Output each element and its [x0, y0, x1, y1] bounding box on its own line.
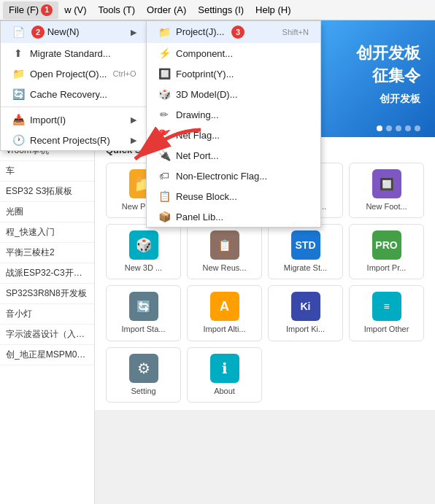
sidebar-item-14[interactable]: 音小灯: [0, 304, 94, 325]
menu-bar: File (F) 1 w (V) Tools (T) Order (A) Set…: [0, 0, 435, 20]
menu-item-cache[interactable]: 🔄 Cache Recovery...: [1, 84, 148, 104]
submenu-reuse[interactable]: 📋 Reuse Block...: [147, 186, 320, 206]
sidebar-item-10[interactable]: 程_快速入门: [0, 222, 94, 243]
submenu-panel[interactable]: 📦 Panel Lib...: [147, 206, 320, 227]
quick-new-3d[interactable]: 🎲 New 3D ...: [106, 224, 181, 279]
file-menu-dropdown: 📄 2 New(N) ▶ ⬆ Migrate Standard... 📁 Ope…: [0, 20, 149, 151]
menu-settings-label: Settings (I): [198, 4, 244, 15]
quick-import-alti[interactable]: A Import Alti...: [187, 285, 262, 341]
menu-tools[interactable]: Tools (T): [93, 1, 142, 18]
new-footprint-label: New Foot...: [366, 202, 407, 212]
import-other-icon: ≡: [372, 292, 401, 321]
recent-menu-icon: 🕐: [12, 134, 24, 146]
sidebar-item-9[interactable]: 光圈: [0, 202, 94, 222]
submenu-drawing[interactable]: ✏ Drawing...: [147, 104, 320, 125]
import-pro-icon: PRO: [372, 230, 401, 260]
sidebar-item-13[interactable]: SP32S3R8N8开发板: [0, 284, 94, 304]
sidebar-item-16[interactable]: 创_地正星MSPM0L130(: [0, 345, 94, 365]
import-menu-icon: 📥: [12, 114, 24, 125]
quick-import-ki[interactable]: Ki Import Ki...: [268, 285, 343, 341]
menu-settings[interactable]: Settings (I): [192, 1, 250, 18]
quick-import-sta[interactable]: 🔄 Import Sta...: [106, 285, 181, 341]
quick-import-other[interactable]: ≡ Import Other: [349, 285, 424, 341]
banner-text: 创开发板 征集令 创开发板: [356, 42, 420, 106]
menu-view-label: w (V): [64, 4, 86, 15]
setting-label: Setting: [131, 387, 155, 396]
submenu-nonflag[interactable]: 🏷 Non-Electronic Flag...: [147, 166, 320, 186]
quick-import-pro[interactable]: PRO Import Pr...: [349, 224, 424, 279]
submenu-footprint[interactable]: 🔲 Footprint(Y)...: [147, 63, 320, 84]
submenu-3dmodel[interactable]: 🎲 3D Model(D)...: [147, 84, 320, 104]
menu-item-recent[interactable]: 🕐 Recent Projects(R) ▶: [1, 130, 148, 150]
sidebar-item-11[interactable]: 平衡三棱柱2: [0, 243, 94, 263]
sidebar-item-7[interactable]: 车: [0, 161, 94, 182]
recent-arrow: ▶: [131, 136, 136, 145]
migrate-std-label: Migrate St...: [284, 263, 327, 273]
banner-dot-1[interactable]: [377, 125, 382, 131]
menu-tools-label: Tools (T): [99, 4, 136, 15]
new-badge: 2: [31, 26, 45, 39]
new-menu-label: 2 New(N): [30, 26, 80, 39]
menu-item-new[interactable]: 📄 2 New(N) ▶: [1, 21, 148, 43]
sidebar-item-15[interactable]: 字示波器设计（入门版): [0, 325, 94, 345]
menu-item-import[interactable]: 📥 Import(I) ▶: [1, 109, 148, 130]
netflag-icon: 🚩: [158, 129, 170, 141]
new-reuse-label: New Reus...: [203, 263, 247, 273]
menu-order[interactable]: Order (A): [141, 1, 192, 18]
about-icon: ℹ: [210, 354, 239, 383]
menu-badge-1: 1: [41, 4, 53, 16]
new-menu-icon: 📄: [12, 26, 24, 38]
netport-icon: 🔌: [158, 150, 170, 161]
banner-line1: 创开发板: [356, 42, 420, 65]
menu-item-migrate[interactable]: ⬆ Migrate Standard...: [1, 43, 148, 63]
about-label: About: [214, 387, 235, 396]
banner-dot-3[interactable]: [396, 125, 401, 131]
menu-order-label: Order (A): [147, 4, 186, 15]
component-icon: ⚡: [158, 47, 170, 59]
open-shortcut: Ctrl+O: [112, 69, 136, 78]
project-icon: 📁: [158, 26, 170, 38]
import-pro-label: Import Pr...: [367, 263, 407, 273]
banner-dot-2[interactable]: [386, 125, 392, 131]
drawing-icon: ✏: [158, 109, 170, 120]
banner-dot-4[interactable]: [405, 125, 411, 131]
sidebar-item-12[interactable]: 战派ESP32-C3开发板: [0, 263, 94, 284]
banner-sub: 创开发板: [356, 92, 420, 106]
submenu-netport[interactable]: 🔌 Net Port...: [147, 145, 320, 166]
reuse-icon: 📋: [158, 190, 170, 202]
submenu-project[interactable]: 📁 Project(J)... 3 Shift+N: [147, 21, 320, 43]
sidebar-item-8[interactable]: ESP32 S3拓展板: [0, 182, 94, 202]
quick-migrate-std[interactable]: STD Migrate St...: [268, 224, 343, 279]
menu-file-label: File (F): [9, 4, 39, 15]
quick-new-reuse[interactable]: 📋 New Reus...: [187, 224, 262, 279]
menu-item-open[interactable]: 📁 Open Project(O)... Ctrl+O: [1, 63, 148, 84]
banner-line2: 征集令: [356, 65, 420, 88]
3dmodel-icon: 🎲: [158, 88, 170, 100]
quick-new-footprint[interactable]: 🔲 New Foot...: [349, 163, 424, 218]
quick-about[interactable]: ℹ About: [187, 347, 262, 403]
setting-icon: ⚙: [129, 354, 158, 383]
menu-help[interactable]: Help (H): [250, 1, 296, 18]
submenu-component[interactable]: ⚡ Component...: [147, 43, 320, 63]
import-ki-label: Import Ki...: [286, 325, 325, 334]
import-sta-icon: 🔄: [129, 292, 158, 321]
project-badge: 3: [231, 26, 245, 39]
import-alti-icon: A: [210, 292, 239, 321]
menu-file[interactable]: File (F) 1: [3, 1, 58, 19]
project-shortcut: Shift+N: [282, 28, 309, 36]
new-reuse-icon: 📋: [210, 230, 239, 260]
footprint-icon: 🔲: [158, 68, 170, 80]
banner-dot-5[interactable]: [415, 125, 420, 131]
quick-setting[interactable]: ⚙ Setting: [106, 347, 181, 403]
submenu-netflag[interactable]: 🚩 Net Flag...: [147, 125, 320, 145]
new-arrow: ▶: [131, 28, 136, 37]
menu-help-label: Help (H): [255, 4, 290, 15]
new-3d-label: New 3D ...: [125, 263, 162, 273]
submenu-new: 📁 Project(J)... 3 Shift+N ⚡ Component...…: [146, 20, 321, 228]
import-alti-label: Import Alti...: [203, 325, 245, 334]
menu-view[interactable]: w (V): [58, 1, 92, 18]
nonflag-icon: 🏷: [158, 170, 170, 182]
cache-menu-icon: 🔄: [12, 88, 24, 100]
import-ki-icon: Ki: [291, 292, 320, 321]
import-other-label: Import Other: [364, 325, 409, 334]
